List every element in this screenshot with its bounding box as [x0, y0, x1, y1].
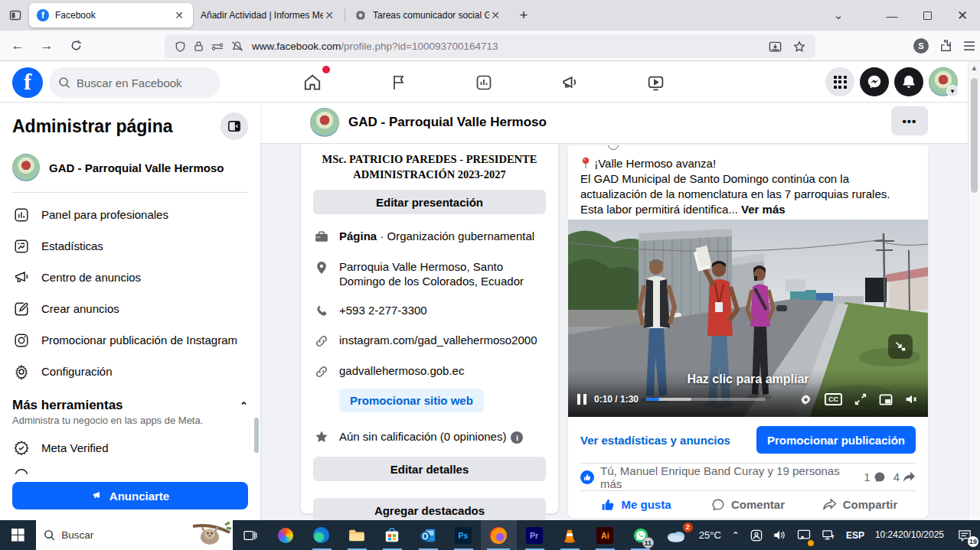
edit-details-button[interactable]: Editar detalles [313, 457, 546, 481]
close-window-button[interactable]: ✕ [945, 0, 980, 31]
pause-button[interactable] [577, 394, 586, 405]
scrollbar-thumb[interactable] [971, 78, 978, 193]
promote-website-button[interactable]: Promocionar sitio web [339, 389, 484, 412]
outlook-button[interactable] [410, 520, 446, 550]
close-tab-icon[interactable]: ✕ [173, 9, 185, 21]
sidebar-item-configuracion[interactable]: Configuración [12, 356, 248, 387]
sidebar-item-estadisticas[interactable]: Estadísticas [12, 230, 248, 262]
fullscreen-button[interactable] [854, 393, 867, 405]
advertise-button[interactable]: Anunciarte [12, 482, 248, 509]
nav-insights-icon[interactable] [469, 67, 499, 98]
forward-button[interactable]: → [35, 34, 58, 57]
page-scrollbar[interactable]: ▲ [968, 61, 980, 520]
reload-button[interactable] [64, 34, 87, 57]
taskbar-search[interactable] [36, 520, 233, 550]
teams-tray-icon[interactable] [745, 520, 768, 550]
copilot-button[interactable] [268, 520, 303, 550]
permissions-icon[interactable] [211, 42, 224, 51]
notification-center-button[interactable]: 19 [949, 520, 980, 550]
extensions-puzzle-icon[interactable] [939, 40, 952, 53]
promote-post-button[interactable]: Promocionar publicación [756, 426, 916, 454]
tab-tareas[interactable]: Tareas comunicador social GAD ✕ [347, 3, 509, 28]
firefox-view-button[interactable] [5, 5, 26, 26]
sidebar-page-row[interactable]: GAD - Parroquial Valle Hermoso [12, 154, 248, 181]
facebook-search-input[interactable] [77, 76, 207, 89]
sidebar-item-centro-anuncios[interactable]: Centro de anuncios [12, 262, 248, 293]
temperature-label[interactable]: 25°C [694, 520, 727, 550]
photoshop-button[interactable]: Ps [446, 520, 481, 550]
edge-button[interactable] [304, 520, 339, 550]
see-more-link[interactable]: Ver más [741, 203, 786, 216]
facebook-logo[interactable]: f [12, 67, 43, 98]
nav-ads-icon[interactable] [554, 67, 585, 98]
minimize-button[interactable]: — [874, 0, 910, 31]
video-progress-bar[interactable] [646, 398, 766, 401]
whatsapp-button[interactable]: 11 [622, 520, 658, 550]
profile-avatar[interactable]: ▾ [929, 67, 958, 96]
collapse-sidebar-button[interactable] [220, 112, 248, 140]
comments-count[interactable]: 1 [864, 470, 870, 483]
cast-tray-icon[interactable] [792, 520, 816, 550]
illustrator-button[interactable]: Ai [587, 520, 622, 550]
file-explorer-button[interactable] [339, 520, 374, 550]
edit-intro-button[interactable]: Editar presentación [313, 190, 546, 214]
task-view-button[interactable] [233, 520, 268, 550]
sidebar-item-meta-verified[interactable]: Meta Verified [12, 432, 248, 464]
save-to-pocket-icon[interactable] [769, 41, 782, 53]
tab-list-chevron-icon[interactable]: ⌄ [821, 0, 856, 31]
nav-video-icon[interactable] [640, 67, 671, 98]
bookmark-star-icon[interactable] [793, 41, 805, 53]
microsoft-store-button[interactable] [374, 520, 410, 550]
like-button[interactable]: Me gusta [580, 493, 692, 517]
video-expand-button[interactable] [888, 334, 913, 359]
collapse-chevron-icon[interactable]: ⌃ [240, 400, 248, 412]
sidebar-scrollbar-thumb[interactable] [254, 418, 259, 453]
website-link-row[interactable]: gadvallehermoso.gob.ec [313, 363, 546, 379]
view-stats-link[interactable]: Ver estadísticas y anuncios [580, 434, 730, 447]
tray-expand-chevron[interactable]: ⌃ [727, 520, 745, 550]
nav-home-icon[interactable] [297, 67, 328, 98]
social-proof-row[interactable]: Tú, Manuel Enrique Band Curay y 19 perso… [580, 463, 916, 490]
extension-s-icon[interactable]: S [913, 38, 929, 54]
sidebar-item-crear-anuncios[interactable]: Crear anuncios [12, 293, 248, 324]
language-indicator[interactable]: ESP [841, 520, 870, 550]
address-bar[interactable]: www.facebook.com/profile.php?id=10009370… [165, 34, 815, 58]
page-avatar[interactable] [310, 108, 339, 137]
info-icon[interactable]: i [511, 431, 523, 444]
network-tray-icon[interactable] [816, 520, 841, 550]
add-featured-button[interactable]: Agregar destacados [313, 498, 546, 522]
share-button[interactable]: Compartir [804, 493, 916, 517]
nav-pages-icon[interactable] [383, 67, 413, 98]
maximize-button[interactable] [910, 0, 945, 31]
back-button[interactable]: ← [6, 34, 29, 57]
apps-menu-button[interactable] [825, 67, 854, 96]
closed-captions-button[interactable]: CC [825, 393, 842, 405]
social-proof-text[interactable]: Tú, Manuel Enrique Band Curay y 19 perso… [600, 464, 858, 490]
lock-icon[interactable] [194, 41, 204, 52]
new-tab-button[interactable]: + [514, 5, 534, 25]
firefox-button[interactable] [481, 520, 516, 550]
picture-in-picture-button[interactable] [879, 394, 893, 405]
start-button[interactable] [0, 520, 36, 550]
notifications-button[interactable] [894, 67, 923, 96]
url-text[interactable]: www.facebook.com/profile.php?id=10009370… [252, 41, 765, 52]
taskbar-search-input[interactable] [61, 529, 176, 541]
video-settings-gear-icon[interactable] [799, 393, 812, 406]
scroll-up-arrow-icon[interactable]: ▲ [969, 63, 980, 72]
sidebar-item-panel-profesionales[interactable]: Panel para profesionales [12, 199, 248, 230]
page-more-button[interactable]: ••• [891, 106, 928, 135]
volume-tray-icon[interactable] [768, 520, 792, 550]
instagram-link-row[interactable]: instagram.com/gad_vallehermoso2000 [313, 333, 546, 349]
premiere-button[interactable]: Pr [517, 520, 552, 550]
comment-button[interactable]: Comentar [692, 493, 804, 517]
menu-hamburger-icon[interactable] [963, 41, 975, 51]
sidebar-item-promocionar-instagram[interactable]: Promocionar publicación de Instagram [12, 324, 248, 356]
post-video[interactable]: Haz clic para ampliar 0:10 / 1:30 CC [568, 220, 928, 417]
shares-count[interactable]: 4 [893, 470, 900, 483]
shield-icon[interactable] [175, 41, 186, 53]
notifications-blocked-icon[interactable] [231, 41, 243, 52]
weather-button[interactable]: 2 [658, 520, 694, 550]
tab-facebook[interactable]: f Facebook ✕ [29, 3, 193, 28]
tab-informes[interactable]: Añadir Actividad | Informes Mensua ✕ [193, 3, 343, 28]
mute-speaker-icon[interactable] [905, 393, 919, 405]
